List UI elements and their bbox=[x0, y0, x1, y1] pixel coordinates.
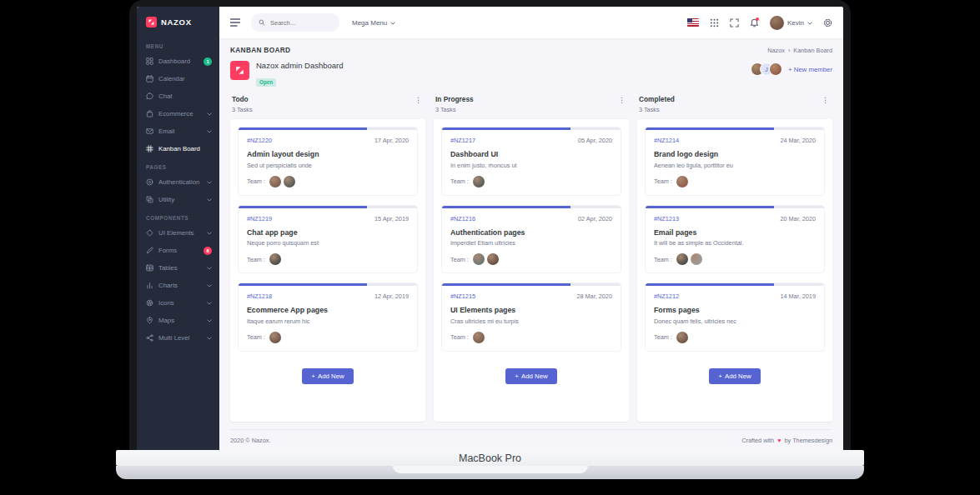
search-input[interactable] bbox=[269, 18, 332, 28]
task-team-avatars bbox=[473, 176, 485, 188]
chevron-down-icon bbox=[207, 337, 212, 340]
plus-icon: + bbox=[718, 372, 722, 380]
task-team: Team : bbox=[654, 253, 816, 265]
task-card-body: #NZ121812 Apr, 2019Ecommerce App pagesIt… bbox=[239, 286, 417, 351]
task-description: It will be as simple as Occidental. bbox=[654, 239, 816, 247]
breadcrumb-home[interactable]: Nazox bbox=[767, 47, 785, 54]
task-team-avatars bbox=[473, 332, 485, 343]
chevron-down-icon bbox=[207, 112, 212, 116]
task-team-label: Team : bbox=[654, 256, 672, 263]
page-title: KANBAN BOARD bbox=[230, 46, 290, 54]
task-team-avatars bbox=[473, 253, 499, 265]
task-id-link[interactable]: #NZ1217 bbox=[450, 137, 475, 144]
sidebar-item-ui-elements[interactable]: UI Elements bbox=[137, 224, 219, 242]
language-us-flag-icon[interactable] bbox=[687, 18, 699, 27]
sidebar-item-calendar[interactable]: Calendar bbox=[137, 70, 219, 88]
sidebar-item-multi-level[interactable]: Multi Level bbox=[137, 329, 219, 347]
task-id-link[interactable]: #NZ1212 bbox=[654, 292, 679, 300]
flag-canton bbox=[687, 18, 692, 22]
task-id-link[interactable]: #NZ1214 bbox=[654, 137, 679, 144]
project-team: J + New member bbox=[751, 62, 832, 76]
task-card[interactable]: #NZ121320 Mar, 2020Email pagesIt will be… bbox=[645, 205, 825, 274]
chevron-down-icon bbox=[207, 267, 212, 270]
sidebar-item-utility[interactable]: Utility bbox=[137, 191, 219, 208]
sidebar-item-chat[interactable]: Chat bbox=[137, 88, 219, 105]
footer-credit-suffix: by Themesdesign bbox=[785, 437, 832, 444]
notifications-bell-icon[interactable] bbox=[750, 18, 759, 28]
topbar-actions: Kevin bbox=[687, 16, 832, 30]
user-name: Kevin bbox=[787, 19, 804, 27]
sidebar-item-label: Utility bbox=[158, 196, 202, 203]
sidebar-item-label: Charts bbox=[158, 282, 202, 289]
column-menu-button[interactable]: ⋮ bbox=[820, 95, 831, 106]
sidebar-item-authentication[interactable]: Authentication bbox=[137, 173, 219, 191]
new-member-button[interactable]: + New member bbox=[788, 66, 832, 73]
main-area: Mega Menu bbox=[219, 7, 843, 450]
sidebar-item-icons[interactable]: Icons bbox=[137, 294, 219, 312]
sidebar-item-badge: 8 bbox=[204, 247, 212, 255]
utility-icon bbox=[146, 196, 153, 203]
add-new-button[interactable]: +Add New bbox=[302, 368, 353, 384]
task-description: Donec quam felis, ultricies nec bbox=[654, 318, 816, 325]
menu-toggle-button[interactable] bbox=[230, 18, 240, 27]
fullscreen-icon[interactable] bbox=[730, 18, 739, 28]
add-new-wrap: +Add New bbox=[441, 361, 621, 386]
task-card[interactable]: #NZ121602 Apr, 2020Authentication pagesI… bbox=[441, 205, 621, 274]
mega-menu-button[interactable]: Mega Menu bbox=[352, 19, 395, 27]
task-id-link[interactable]: #NZ1216 bbox=[450, 215, 475, 222]
task-title: Brand logo design bbox=[654, 150, 816, 158]
column-name: Todo bbox=[232, 95, 253, 103]
add-new-wrap: +Add New bbox=[645, 361, 825, 386]
settings-gear-icon[interactable] bbox=[823, 18, 832, 28]
task-id-link[interactable]: #NZ1215 bbox=[450, 292, 475, 300]
footer-copyright: 2020 © Nazox. bbox=[230, 437, 270, 444]
sidebar-item-kanban-board[interactable]: Kanban Board bbox=[137, 140, 219, 158]
user-menu[interactable]: Kevin bbox=[770, 16, 812, 30]
sidebar-item-forms[interactable]: Forms8 bbox=[137, 242, 219, 259]
task-card-meta: #NZ121424 Mar, 2020 bbox=[654, 137, 816, 144]
add-new-button[interactable]: +Add New bbox=[709, 368, 760, 384]
chevron-down-icon bbox=[207, 319, 212, 322]
task-card[interactable]: #NZ121705 Apr, 2020Dashboard UIIn enim j… bbox=[441, 127, 621, 196]
sidebar-item-dashboard[interactable]: Dashboard1 bbox=[137, 52, 219, 70]
sidebar-item-maps[interactable]: Maps bbox=[137, 312, 219, 329]
task-card[interactable]: #NZ122017 Apr, 2020Admin layout designSe… bbox=[238, 127, 418, 196]
task-team-avatars bbox=[676, 176, 688, 188]
kanban-column-titles: In Progress3 Tasks bbox=[435, 95, 474, 113]
ui-elements-icon bbox=[146, 229, 153, 237]
task-id-link[interactable]: #NZ1219 bbox=[247, 215, 272, 222]
task-card-meta: #NZ121915 Apr, 2019 bbox=[247, 215, 409, 222]
sidebar-item-charts[interactable]: Charts bbox=[137, 277, 219, 294]
task-id-link[interactable]: #NZ1218 bbox=[247, 292, 272, 300]
macbook-notch bbox=[393, 466, 588, 473]
add-new-button[interactable]: +Add New bbox=[505, 368, 556, 384]
sidebar-item-tables[interactable]: Tables bbox=[137, 259, 219, 277]
task-team-label: Team : bbox=[654, 178, 672, 185]
app-logo[interactable]: NAZOX bbox=[137, 7, 219, 37]
apps-grid-icon[interactable] bbox=[710, 18, 719, 28]
task-id-link[interactable]: #NZ1220 bbox=[247, 137, 272, 144]
sidebar-item-label: Tables bbox=[158, 264, 202, 272]
column-menu-button[interactable]: ⋮ bbox=[413, 95, 424, 106]
task-card[interactable]: #NZ121915 Apr, 2019Chat app pageNeque po… bbox=[238, 205, 418, 274]
task-id-link[interactable]: #NZ1213 bbox=[654, 215, 679, 222]
column-menu-button[interactable]: ⋮ bbox=[616, 95, 627, 106]
sidebar-item-ecommerce[interactable]: Ecommerce bbox=[137, 105, 219, 122]
task-card-meta: #NZ122017 Apr, 2020 bbox=[247, 137, 409, 144]
sidebar-item-email[interactable]: Email bbox=[137, 122, 219, 140]
task-description: Neque porro quisquam est bbox=[247, 239, 409, 247]
dashboard-icon bbox=[146, 58, 153, 65]
task-date: 14 Mar, 2019 bbox=[780, 292, 816, 300]
team-avatar-group: J bbox=[751, 62, 782, 76]
task-card[interactable]: #NZ121812 Apr, 2019Ecommerce App pagesIt… bbox=[238, 282, 418, 352]
task-card[interactable]: #NZ121424 Mar, 2020Brand logo designAene… bbox=[645, 127, 825, 196]
add-new-label: Add New bbox=[318, 372, 344, 380]
kanban-column-header: In Progress3 Tasks⋮ bbox=[434, 95, 629, 113]
task-card-body: #NZ121705 Apr, 2020Dashboard UIIn enim j… bbox=[442, 130, 621, 195]
task-card[interactable]: #NZ121214 Mar, 2019Forms pagesDonec quam… bbox=[645, 282, 825, 352]
add-new-label: Add New bbox=[725, 372, 751, 380]
task-card[interactable]: #NZ121528 Mar, 2020UI Elements pagesCras… bbox=[441, 282, 621, 352]
email-icon bbox=[146, 128, 153, 135]
task-card-body: #NZ121424 Mar, 2020Brand logo designAene… bbox=[646, 130, 824, 195]
chevron-down-icon bbox=[207, 181, 212, 184]
